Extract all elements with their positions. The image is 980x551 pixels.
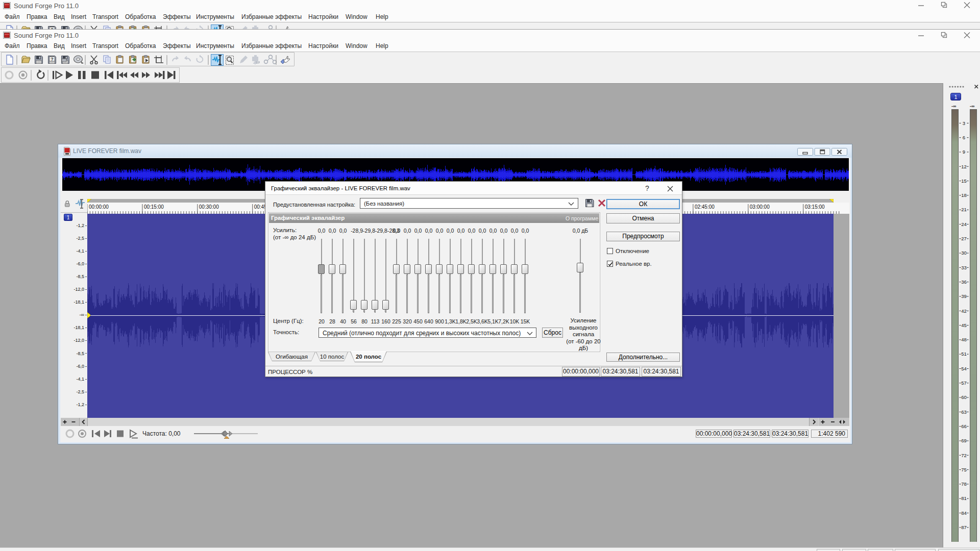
svg-text:42: 42 bbox=[961, 308, 967, 314]
svg-text:00:00:00: 00:00:00 bbox=[89, 204, 109, 210]
svg-text:9: 9 bbox=[963, 149, 965, 155]
svg-text:69: 69 bbox=[961, 438, 967, 443]
svg-text:02:45:00: 02:45:00 bbox=[695, 204, 715, 210]
svg-text:3: 3 bbox=[963, 120, 965, 126]
svg-text:81: 81 bbox=[961, 495, 967, 501]
svg-text:54: 54 bbox=[961, 366, 967, 371]
svg-text:57: 57 bbox=[961, 380, 967, 386]
svg-text:60: 60 bbox=[961, 394, 967, 400]
svg-text:00:30:00: 00:30:00 bbox=[199, 204, 219, 210]
svg-text:66: 66 bbox=[961, 423, 967, 429]
svg-text:00:15:00: 00:15:00 bbox=[144, 204, 164, 210]
svg-text:30: 30 bbox=[961, 250, 967, 256]
svg-text:39: 39 bbox=[961, 293, 967, 299]
svg-text:48: 48 bbox=[961, 337, 967, 342]
svg-text:45: 45 bbox=[961, 322, 967, 328]
svg-text:36: 36 bbox=[961, 279, 967, 285]
svg-text:03:00:00: 03:00:00 bbox=[750, 204, 770, 210]
svg-text:18: 18 bbox=[961, 192, 967, 198]
svg-text:87: 87 bbox=[961, 524, 967, 530]
svg-text:6: 6 bbox=[963, 135, 965, 140]
svg-text:72: 72 bbox=[961, 453, 967, 458]
svg-text:63: 63 bbox=[961, 409, 967, 415]
svg-text:?: ? bbox=[51, 57, 54, 62]
svg-text:27: 27 bbox=[961, 236, 967, 241]
svg-text:33: 33 bbox=[961, 265, 967, 270]
svg-text:78: 78 bbox=[961, 481, 967, 487]
svg-text:21: 21 bbox=[961, 207, 967, 212]
svg-text:12: 12 bbox=[961, 164, 967, 169]
svg-text:51: 51 bbox=[961, 351, 967, 357]
svg-text:15: 15 bbox=[961, 178, 967, 184]
svg-text:75: 75 bbox=[961, 467, 967, 472]
svg-text:24: 24 bbox=[961, 221, 967, 227]
svg-text:03:15:00: 03:15:00 bbox=[805, 204, 825, 210]
svg-text:84: 84 bbox=[961, 510, 967, 516]
